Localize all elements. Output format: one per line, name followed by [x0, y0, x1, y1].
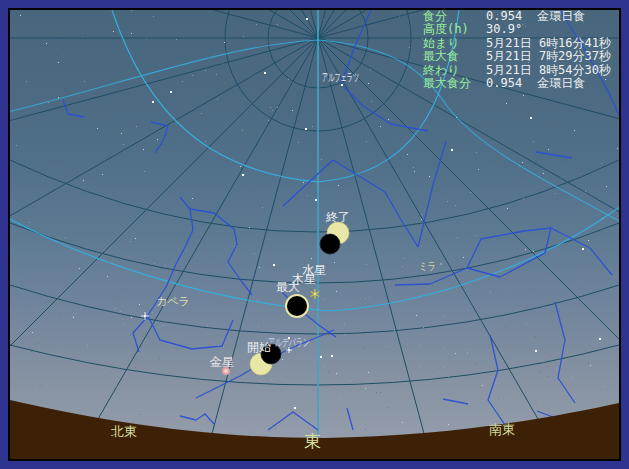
info-label: 最大食分	[423, 77, 486, 90]
eclipse-end-moon	[320, 234, 340, 254]
info-label: 最大食	[423, 50, 486, 63]
eclipse-start-moon	[261, 344, 281, 364]
info-row-magnitude: 食分0.954金環日食	[423, 10, 619, 23]
info-row-max-time: 最大食5月21日 7時29分37秒	[423, 50, 619, 63]
info-value: 5月21日 8時54分30秒	[486, 63, 611, 77]
info-value: 30.9°	[486, 22, 522, 36]
info-value: 5月21日 7時29分37秒	[486, 49, 611, 63]
info-label: 始まり	[423, 37, 486, 50]
info-label: 食分	[423, 10, 486, 23]
venus-marker	[222, 367, 230, 375]
info-label: 高度(h)	[423, 23, 486, 36]
planetarium-window: アルフェラツミラカペラアルデバラン金星水星木星最大終了開始北東東南東 食分0.9…	[0, 0, 629, 469]
eclipse-max-annular-disc	[286, 295, 308, 317]
info-value: 5月21日 6時16分41秒	[486, 36, 611, 50]
mira-star	[441, 264, 442, 265]
info-row-altitude: 高度(h)30.9°	[423, 23, 619, 36]
info-label: 終わり	[423, 64, 486, 77]
info-row-max-magnitude: 最大食分0.954金環日食	[423, 77, 619, 90]
info-value: 0.954	[486, 9, 522, 23]
info-extra: 金環日食	[537, 76, 585, 90]
alpheratz-star	[341, 84, 343, 86]
info-extra: 金環日食	[537, 9, 585, 23]
info-value: 0.954	[486, 76, 522, 90]
info-row-end-time: 終わり5月21日 8時54分30秒	[423, 64, 619, 77]
info-row-start-time: 始まり5月21日 6時16分41秒	[423, 37, 619, 50]
eclipse-info-panel: 食分0.954金環日食 高度(h)30.9° 始まり5月21日 6時16分41秒…	[423, 10, 619, 90]
